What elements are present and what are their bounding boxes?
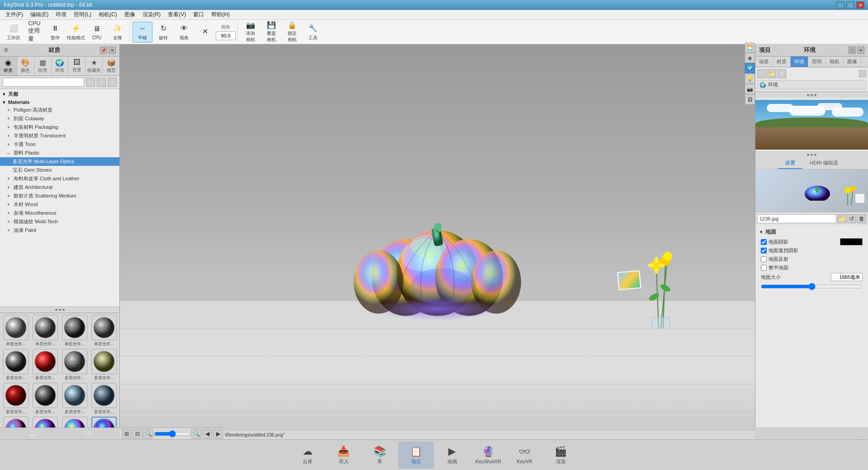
layout-button[interactable]: ⊟ (133, 429, 142, 439)
tree-item-plastic[interactable]: – 塑料 Plastic (0, 149, 119, 157)
tree-item-gems[interactable]: 宝石 Gem Stones (0, 166, 119, 174)
grid-toggle-button[interactable]: ⊞ (122, 429, 132, 439)
tree-item-cutaway[interactable]: + 剖面 Cutaway (0, 114, 119, 123)
lock-camera-button[interactable]: 🔒 锁定相机 (282, 22, 302, 42)
thumb-multi-layer-7[interactable]: 多层光学... (61, 383, 88, 415)
cpu-usage-button[interactable]: CPU使用量 (24, 22, 44, 42)
nav-import[interactable]: 📥 导入 (326, 442, 362, 469)
save-camera-button[interactable]: 💾 覆盖相机 (261, 22, 281, 42)
translate-button[interactable]: ↔ 平移 (133, 22, 152, 42)
env-item-1[interactable]: 🌍 环境 (757, 80, 866, 89)
proj-tab-environment[interactable]: 环境 (791, 56, 808, 67)
tree-item-cloth[interactable]: + 布料和皮革 Cloth and Leather (0, 174, 119, 183)
menu-env[interactable]: 环境 (52, 10, 70, 19)
thumb-multi-layer-3[interactable]: 多层光学... (61, 349, 88, 381)
ground-reflection-checkbox[interactable] (761, 256, 767, 262)
ground-shadow-checkbox[interactable] (761, 239, 767, 245)
settings-tab-settings[interactable]: 设置 (778, 158, 802, 169)
tree-item-misc[interactable]: + 杂项 Miscellaneous (0, 209, 119, 217)
env-folder-button[interactable]: 📁 (767, 69, 776, 78)
minimize-button[interactable]: ─ (836, 1, 844, 9)
zoom-icon-btn[interactable]: 🔍 (143, 429, 153, 439)
delete-button[interactable]: ✕ (195, 22, 215, 42)
rotate-button[interactable]: ↻ 旋转 (153, 22, 173, 42)
ground-section-header[interactable]: ▼ 地面 (759, 227, 864, 237)
tree-item-multilayer[interactable]: 多层光学 Multi-Layer Optics (0, 157, 119, 166)
nav-render[interactable]: 🎬 渲染 (543, 442, 579, 469)
tab-model[interactable]: 📦 模型 (103, 56, 119, 75)
cpu-button[interactable]: 🖥 CPU (87, 22, 107, 42)
menu-help[interactable]: 帮助(H) (208, 10, 233, 19)
menu-render[interactable]: 渲染(R) (139, 10, 165, 19)
file-browse-button[interactable]: 📁 (837, 214, 846, 223)
hdri-file-input[interactable] (757, 214, 836, 223)
right-panel-expand-button[interactable]: ⬡ (849, 47, 856, 54)
thumb-single-layer-2[interactable]: 单层光学... (31, 315, 59, 347)
menu-window[interactable]: 窗口 (190, 10, 208, 19)
thumb-multi-layer-6[interactable]: 多层光学... (31, 383, 59, 415)
tab-color[interactable]: 🎨 颜色 (17, 56, 34, 75)
search-refresh-button[interactable]: ↺ (97, 78, 106, 87)
tree-section-tiandu[interactable]: ▼ 天都 (0, 90, 119, 99)
viewport[interactable]: 每秒帧数: 6.0 时间: 11m 32s 采样量: 253 三角形: 39,1… (120, 44, 755, 439)
menu-image[interactable]: 图像 (121, 10, 139, 19)
tree-item-polligon[interactable]: + Polligon 高清材质 (0, 106, 119, 114)
proj-tab-lighting[interactable]: 照明 (808, 56, 826, 67)
ground-shadow-color[interactable] (840, 238, 863, 245)
denoiser-button[interactable]: ✨ 去噪 (108, 22, 128, 42)
workarea-button[interactable]: ⬜ 工作区 (4, 22, 24, 42)
perf-mode-button[interactable]: ⚡ 性能模式 (66, 22, 86, 42)
thumb-multi-layer-8[interactable]: 多层光学... (90, 383, 118, 415)
file-refresh-button[interactable]: ↺ (847, 214, 856, 223)
file-delete-button[interactable]: 🗑 (857, 214, 866, 223)
add-camera-button[interactable]: 📷 添加相机 (241, 22, 261, 42)
tab-texture[interactable]: ▦ 纹理 (34, 56, 52, 75)
tab-background[interactable]: 🖼 背景 (68, 56, 85, 75)
tools-button[interactable]: 🔧 工具 (303, 22, 323, 42)
nav-keyshot-xr[interactable]: 🔮 KeyShotXR (470, 442, 507, 469)
menu-file[interactable]: 文件(F) (2, 10, 27, 19)
search-go-button[interactable]: ⊕ (108, 78, 117, 87)
view-button[interactable]: 👁 视角 (174, 22, 194, 42)
tree-item-wood[interactable]: + 木材 Wood (0, 200, 119, 209)
tree-section-materials[interactable]: ▼ Materials (0, 99, 119, 106)
settings-tab-hdri[interactable]: HDRI 编辑器 (802, 158, 845, 169)
maximize-button[interactable]: □ (846, 1, 854, 9)
cloud-bottom-icon[interactable]: ☁ (28, 429, 36, 439)
ground-occlusion-checkbox[interactable] (761, 248, 767, 254)
tab-materials[interactable]: ◉ 材质 (0, 56, 17, 75)
menu-edit[interactable]: 编辑(E) (27, 10, 52, 19)
nav-project[interactable]: 📋 项目 (398, 442, 434, 469)
nav-prev-button[interactable]: ◀ (202, 429, 212, 439)
proj-tab-scene[interactable]: 场景 (755, 56, 773, 67)
nav-animation[interactable]: ▶ 动画 (434, 442, 470, 469)
zoom-slider[interactable] (154, 430, 190, 437)
nav-library[interactable]: 📚 库 (362, 442, 398, 469)
tree-item-moldtech[interactable]: + 模德迪纹 Mold-Tech (0, 217, 119, 226)
tab-environment[interactable]: 🌍 环境 (52, 56, 69, 75)
thumb-multi-layer-4[interactable]: 多层光学... (90, 349, 118, 381)
angle-input[interactable] (216, 31, 236, 40)
menu-lighting[interactable]: 照明(L) (70, 10, 95, 19)
nav-next-button[interactable]: ▶ (213, 429, 223, 439)
nav-cloud[interactable]: ☁ 云库 (289, 442, 326, 469)
right-panel-close-button[interactable]: ✕ (857, 47, 864, 54)
thumb-multi-layer-5[interactable]: 多层光学... (2, 383, 29, 415)
search-filter-button[interactable]: ⊟ (86, 78, 95, 87)
panel-pin-button[interactable]: 📌 (100, 47, 107, 54)
ground-size-slider[interactable] (761, 283, 863, 290)
tree-item-translucent[interactable]: + 半透明材质 Translucent (0, 132, 119, 140)
env-delete-button[interactable]: 🗑 (777, 69, 786, 78)
proj-tab-image[interactable]: 图像 (844, 56, 861, 67)
panel-close-button[interactable]: ✕ (109, 47, 116, 54)
tree-item-packaging[interactable]: + 包装材料 Packaging (0, 123, 119, 132)
tree-item-toon[interactable]: + 卡通 Toon (0, 140, 119, 149)
grid-bottom-icon[interactable]: ⊞ (85, 429, 92, 439)
zoom-in-button[interactable]: 🔍 (191, 429, 201, 439)
menu-view[interactable]: 查看(V) (164, 10, 190, 19)
menu-camera[interactable]: 相机(C) (95, 10, 121, 19)
env-expand-button[interactable]: ⬡ (859, 70, 866, 77)
thumb-single-layer-1[interactable]: 单层光学... (2, 315, 29, 347)
thumb-single-layer-4[interactable]: 单层光学... (90, 315, 118, 347)
proj-tab-materials[interactable]: 材质 (773, 56, 791, 67)
